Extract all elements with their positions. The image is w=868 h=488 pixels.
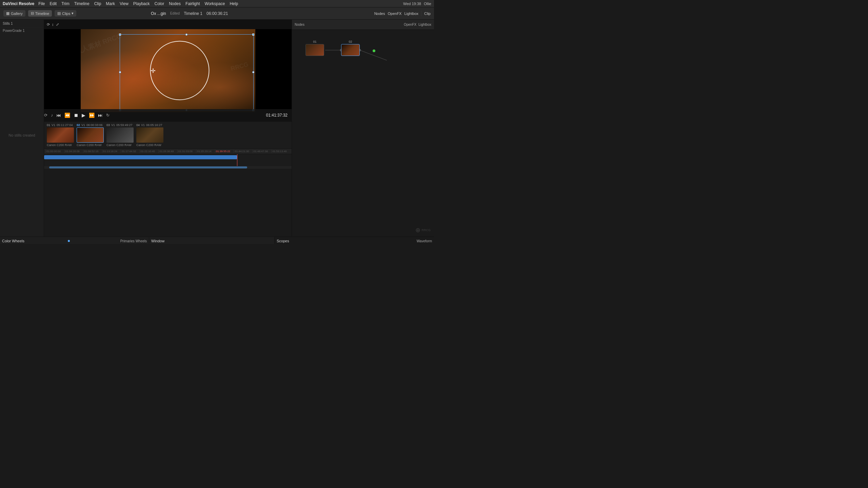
nodes-button[interactable]: Nodes [374, 12, 385, 16]
mark-12: 01:53:13:46 [271, 150, 290, 153]
clips-icon: ▤ [57, 11, 61, 16]
clip-v1-02: V1 [81, 123, 85, 127]
stop-icon[interactable]: ⏹ [74, 113, 78, 118]
powergrade-label: PowerGrade 1 [3, 29, 24, 33]
menu-bar-right: Wed 19:38 Ollie [403, 2, 431, 6]
system-time: Wed 19:38 [403, 2, 421, 6]
clip-image-01[interactable] [47, 127, 74, 143]
mark-6: 01:26:36:48 [158, 150, 177, 153]
clip-time-02: 06:00:33:06 [86, 123, 103, 127]
node-01-thumb[interactable] [305, 44, 324, 56]
clip-image-03[interactable] [106, 127, 134, 143]
stills-label: Stills 1 [3, 22, 13, 25]
mark-4: 01:17:44:32 [121, 150, 140, 153]
menu-timeline[interactable]: Timeline [74, 1, 90, 6]
main-toolbar: ▦ Gallery ⊟ Timeline ▤ Clips ▾ Ox ...gin… [0, 7, 434, 20]
mark-3: 01:13:18:24 [102, 150, 121, 153]
timeline-label: Timeline [35, 12, 49, 16]
node-02-thumb[interactable] [341, 44, 360, 56]
timeline-icon: ⊟ [31, 11, 34, 16]
menu-workspace[interactable]: Workspace [205, 1, 225, 6]
menu-help[interactable]: Help [230, 1, 238, 6]
nodes-canvas[interactable]: 01 02 [292, 30, 434, 237]
clip-num-02: 02 [77, 123, 80, 127]
clip-v1-01: V1 [52, 123, 55, 127]
clip-num-01: 01 [47, 123, 50, 127]
menu-items: File Edit Trim Timeline Clip Mark View P… [38, 1, 238, 6]
viewer[interactable]: ⟳ ↕ ⤢ ✛ 人人素材 [44, 20, 292, 121]
timeline-area: 01:00:00:00 01:04:26:08 01:08:52:16 01:1… [44, 148, 292, 169]
nodes-title: Nodes [295, 23, 304, 26]
separator-1 [421, 11, 421, 16]
scopes-panel: Scopes Waveform 1023 896 768 640 512 384… [275, 237, 434, 244]
timeline-scroll-thumb[interactable] [49, 166, 247, 168]
menu-fairlight[interactable]: Fairlight [185, 1, 200, 6]
project-name: Ox ...gin [151, 11, 166, 16]
menu-mark[interactable]: Mark [106, 1, 115, 6]
openFX-button[interactable]: OpenFX [388, 12, 401, 16]
clip-image-04[interactable] [136, 127, 163, 143]
menu-clip[interactable]: Clip [94, 1, 101, 6]
color-wheels-header: Color Wheels Primaries Wheels [2, 239, 147, 243]
menu-trim[interactable]: Trim [61, 1, 70, 6]
nodes-openFX[interactable]: OpenFX [404, 23, 416, 26]
center-area: ⟳ ↕ ⤢ ✛ 人人素材 [44, 20, 292, 237]
node-01-label: 01 [313, 40, 316, 43]
mark-10: 01:44:21:30 [234, 150, 253, 153]
timeline-playhead[interactable] [237, 154, 237, 166]
node-02[interactable]: 02 [341, 40, 360, 57]
lightbox-button[interactable]: Lightbox [404, 12, 418, 16]
window-title: Window [151, 239, 164, 243]
gallery-button[interactable]: ▦ Gallery [3, 10, 25, 17]
clip-02[interactable]: 02 V1 06:00:33:06 Canon C200 RAW [77, 123, 104, 147]
clips-button[interactable]: ▤ Clips ▾ [55, 10, 76, 17]
toolbar-right: Nodes OpenFX Lightbox Clip [374, 11, 431, 16]
viewer-icon1[interactable]: ⟳ [47, 22, 50, 27]
play-icon[interactable]: ▶ [82, 113, 85, 118]
step-forward-icon[interactable]: ⏩ [89, 113, 95, 118]
bottom-section: Color Wheels Primaries Wheels Lift Gamma… [0, 237, 434, 244]
viewer-icon3[interactable]: ⤢ [56, 22, 59, 27]
color-wheels-dot [68, 240, 70, 242]
mark-2: 01:08:52:16 [83, 150, 102, 153]
loop-icon[interactable]: ↻ [106, 113, 110, 118]
clip-num-03: 03 [106, 123, 110, 127]
timeline-track-v1[interactable] [44, 155, 237, 159]
scopes-header: Scopes Waveform [277, 239, 432, 243]
clip-image-02[interactable] [77, 127, 104, 143]
camera-settings-icon[interactable]: ⟳ [44, 113, 47, 118]
menu-bar: DaVinci Resolve File Edit Trim Timeline … [0, 0, 434, 7]
user-name: Ollie [424, 2, 431, 6]
scope-type[interactable]: Waveform [417, 239, 432, 243]
clip-03[interactable]: 03 V1 05:59:49:27 Canon C200 RAW [106, 123, 134, 147]
mark-5: 01:22:10:40 [140, 150, 159, 153]
no-stills-area: No stills created [0, 34, 44, 237]
no-stills-label: No stills created [8, 133, 35, 137]
audio-icon[interactable]: ♪ [51, 113, 53, 118]
menu-file[interactable]: File [38, 1, 45, 6]
nodes-lightbox[interactable]: Lightbox [418, 23, 431, 26]
viewer-icon2[interactable]: ↕ [52, 22, 54, 26]
clip-01[interactable]: 01 V1 05:11:27:04 Canon C200 RAW [47, 123, 74, 147]
scopes-title: Scopes [277, 239, 289, 243]
skip-forward-icon[interactable]: ⏭ [98, 113, 103, 118]
clip-label-01: Canon C200 RAW [47, 143, 72, 147]
timeline-button[interactable]: ⊟ Timeline [28, 10, 52, 17]
toolbar-timecode: 06:00:36:21 [206, 11, 228, 16]
left-panel: Stills 1 PowerGrade 1 No stills created [0, 20, 44, 237]
mark-11: 01:46:47:38 [253, 150, 272, 153]
step-back-icon[interactable]: ⏪ [64, 113, 70, 118]
menu-playback[interactable]: Playback [133, 1, 150, 6]
clip-label: Clip [424, 12, 431, 16]
powergrade-item[interactable]: PowerGrade 1 [0, 28, 44, 34]
skip-back-icon[interactable]: ⏮ [56, 113, 61, 118]
timeline-scroll[interactable] [44, 166, 292, 169]
menu-color[interactable]: Color [155, 1, 164, 6]
node-01[interactable]: 01 [305, 40, 324, 57]
timeline-tracks[interactable] [44, 154, 292, 166]
menu-nodes[interactable]: Nodes [169, 1, 181, 6]
menu-edit[interactable]: Edit [50, 1, 57, 6]
menu-view[interactable]: View [120, 1, 129, 6]
clip-04[interactable]: 04 V1 06:05:16:27 Canon C200 RAW [136, 123, 163, 147]
clip-time-04: 06:05:16:27 [146, 123, 162, 127]
